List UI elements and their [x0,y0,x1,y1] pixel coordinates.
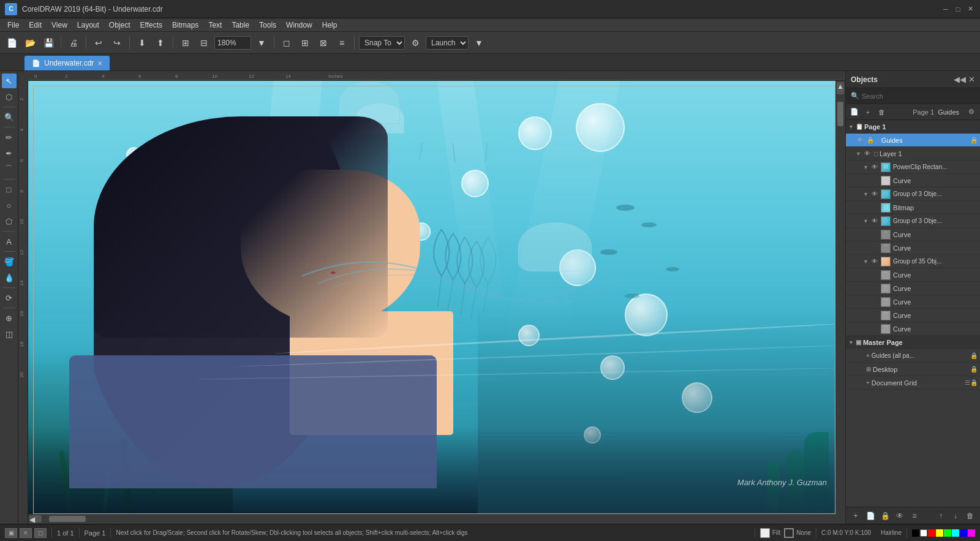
zoom-to-fit[interactable]: ⊞ [178,35,194,51]
launch-dropdown[interactable]: ▼ [471,35,487,51]
vertical-scrollbar[interactable]: ▲ [835,81,845,524]
tool-rect[interactable]: □ [2,182,17,197]
layer-layer1[interactable]: ▼ 👁 ◻ Layer 1 [846,147,980,161]
panel-down-btn[interactable]: ↓ [949,510,962,522]
color-yellow[interactable] [936,529,943,537]
panel-new-object[interactable]: + [862,106,874,118]
fill-swatch[interactable] [760,528,770,538]
panel-delete-btn[interactable]: 🗑 [964,510,976,522]
scrollbar-up-btn[interactable]: ▲ [837,82,844,94]
view-color-btn[interactable]: ◻ [34,528,47,538]
menu-file[interactable]: File [2,20,24,31]
horizontal-scrollbar[interactable]: ◀ [28,514,845,524]
expand-group3-2[interactable]: ▼ [863,218,869,224]
layer-curve4[interactable]: 👁 ⌒ Curve [846,268,980,282]
color-blue[interactable] [960,529,967,537]
search-input[interactable] [862,93,975,100]
color-white[interactable] [920,529,927,537]
tool-freehand[interactable]: ✏ [2,130,17,145]
new-button[interactable]: 📄 [4,35,20,51]
expand-masterpage[interactable]: ▼ [848,339,854,346]
panel-lock-btn[interactable]: 🔒 [879,510,891,522]
maximize-button[interactable]: □ [953,4,963,14]
tool-node[interactable]: ⬡ [2,89,17,104]
scrollbar-left-btn[interactable]: ◀ [29,515,42,523]
scrollbar-thumb-h[interactable] [49,516,86,522]
zoom-input[interactable] [214,36,251,50]
color-green[interactable] [944,529,951,537]
menu-edit[interactable]: Edit [24,20,47,31]
layer1-eye[interactable]: 👁 [863,150,872,157]
group35-eye[interactable]: 👁 [870,258,879,265]
snap-settings[interactable]: ⚙ [407,35,423,51]
view-mode-3[interactable]: ⊠ [315,35,331,51]
color-red[interactable] [928,529,935,537]
tool-zoom[interactable]: 🔍 [2,110,17,124]
layer-guides[interactable]: 👁 🔒 + Guides 🔒 [846,134,980,147]
layer-desktop[interactable]: 👁 ⊞ Desktop 🔒 [846,363,980,376]
view-mode-btn[interactable]: ≡ [20,528,32,538]
stroke-swatch[interactable] [784,528,794,538]
layer-group35[interactable]: ▼ 👁 ⬡ Group of 35 Obj... [846,255,980,268]
zoom-page[interactable]: ⊟ [196,35,212,51]
panel-close-icon[interactable]: ✕ [968,75,975,84]
print-button[interactable]: 🖨 [66,35,81,51]
menu-view[interactable]: View [47,20,72,31]
panel-eye-btn[interactable]: 👁 [894,510,906,522]
tool-select[interactable]: ↖ [2,74,17,88]
tool-interactive[interactable]: ⊕ [2,311,17,325]
close-button[interactable]: ✕ [965,4,975,14]
expand-page1[interactable]: ▼ [848,124,854,130]
group3-2-eye[interactable]: 👁 [870,218,879,224]
layer-masterpage[interactable]: ▼ ▣ Master Page [846,336,980,349]
menu-window[interactable]: Window [281,20,317,31]
zoom-dropdown[interactable]: ▼ [254,35,270,51]
open-button[interactable]: 📂 [22,35,38,51]
color-black[interactable] [912,529,919,537]
menu-table[interactable]: Table [227,20,254,31]
layer-guides-all[interactable]: 👁 + Guides (all pa... 🔒 [846,349,980,363]
tool-transform[interactable]: ⟳ [2,290,17,305]
layer-group3-1[interactable]: ▼ 👁 ⬡ Group of 3 Obje... [846,187,980,201]
minimize-button[interactable]: ─ [941,4,951,14]
layer-group3-2[interactable]: ▼ 👁 ⬡ Group of 3 Obje... [846,214,980,228]
tool-bezier[interactable]: ⌒ [2,162,17,176]
tool-text[interactable]: A [2,234,17,249]
snap-to-select[interactable]: Snap To [359,36,405,50]
panel-up-btn[interactable]: ↑ [935,510,947,522]
tool-shadow[interactable]: ◫ [2,327,17,341]
layer-curve5[interactable]: 👁 ⌒ Curve [846,282,980,295]
layer-curve1[interactable]: 👁 ⌒ Curve [846,174,980,187]
expand-group35[interactable]: ▼ [863,259,869,265]
menu-help[interactable]: Help [317,20,342,31]
expand-powerclip[interactable]: ▼ [863,164,869,170]
launch-select[interactable]: Launch [426,36,469,50]
view-mode-2[interactable]: ⊞ [297,35,313,51]
panel-expand-icon[interactable]: ◀◀ [954,75,966,84]
expand-group3-1[interactable]: ▼ [863,191,869,197]
scrollbar-thumb-v[interactable] [837,102,843,126]
layer-powerclip[interactable]: ▼ 👁 🖼 PowerClip Rectan... [846,161,980,174]
import-button[interactable]: ⬇ [134,35,150,51]
undo-button[interactable]: ↩ [91,35,107,51]
group3-1-eye[interactable]: 👁 [870,191,879,197]
powerclip-eye[interactable]: 👁 [870,164,879,170]
panel-new-layer-btn[interactable]: + [850,510,862,522]
layer-docgrid[interactable]: 👁 + Document Grid ☰ 🔒 [846,376,980,390]
layer-page1[interactable]: ▼ 📋 Page 1 [846,120,980,134]
panel-new-obj-btn[interactable]: 📄 [864,510,876,522]
menu-effects[interactable]: Effects [135,20,167,31]
menu-object[interactable]: Object [104,20,135,31]
panel-settings-btn[interactable]: ⚙ [965,106,978,118]
view-quality-btn[interactable]: ▣ [5,528,17,538]
menu-text[interactable]: Text [203,20,227,31]
view-mode-1[interactable]: ◻ [279,35,295,51]
panel-arrange-btn[interactable]: ≡ [908,510,921,522]
panel-new-layer[interactable]: 📄 [848,106,861,118]
canvas-area[interactable]: Mark Anthony J. Guzman ▲ ◀ [28,81,845,524]
save-button[interactable]: 💾 [40,35,56,51]
menu-layout[interactable]: Layout [72,20,104,31]
doc-tab[interactable]: 📄 Underwater.cdr ✕ [24,56,110,70]
tool-fill[interactable]: 🪣 [2,254,17,269]
layer-bitmap[interactable]: 👁 🖼 Bitmap [846,201,980,214]
